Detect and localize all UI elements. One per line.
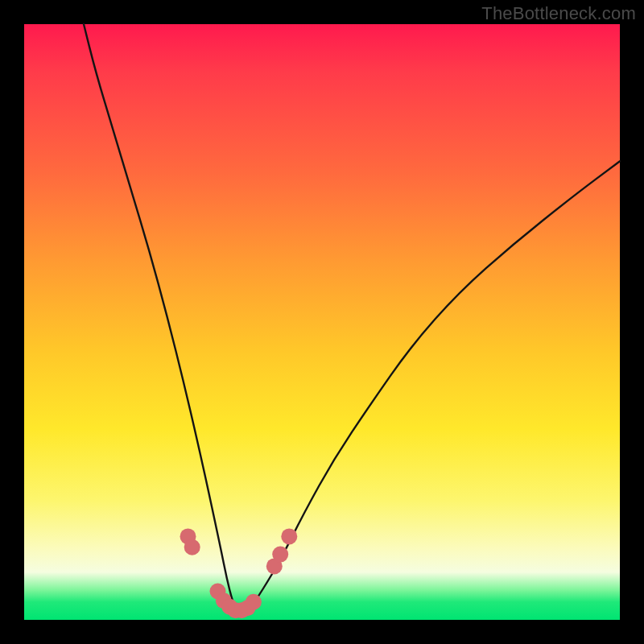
- watermark-text: TheBottleneck.com: [481, 3, 636, 24]
- bottleneck-curve-line: [84, 24, 620, 614]
- outer-frame: TheBottleneck.com: [0, 0, 644, 644]
- chart-svg: [24, 24, 620, 620]
- plot-area: [24, 24, 620, 620]
- threshold-marker: [184, 539, 200, 555]
- threshold-marker: [246, 594, 262, 610]
- threshold-marker: [281, 528, 297, 544]
- threshold-markers-group: [180, 528, 298, 618]
- threshold-marker: [272, 547, 288, 563]
